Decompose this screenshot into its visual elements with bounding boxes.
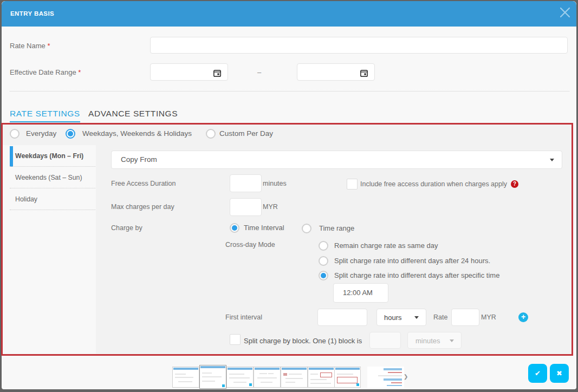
split-block-checkbox[interactable] <box>230 334 241 345</box>
cancel-button[interactable]: ✖ <box>550 364 569 383</box>
radio-remain-charge[interactable] <box>319 241 328 251</box>
sidebar-item-weekdays-label: Weekdays (Mon – Fri) <box>15 145 83 167</box>
specific-time-value: 12:00 AM <box>343 289 373 297</box>
day-type-sidebar: Weekdays (Mon – Fri) Weekends (Sat – Sun… <box>3 145 96 354</box>
radio-everyday[interactable] <box>10 129 20 139</box>
include-free-access-label: Include free access duration when charge… <box>360 180 507 189</box>
screenshot-thumbnail[interactable] <box>199 365 226 389</box>
add-interval-icon[interactable]: + <box>518 312 528 322</box>
sidebar-item-weekends-label: Weekends (Sat – Sun) <box>15 167 82 188</box>
first-interval-input[interactable] <box>317 309 367 326</box>
radio-time-interval[interactable] <box>230 223 239 233</box>
dialog-title: ENTRY BASIS <box>10 1 54 27</box>
radio-custom-per-day[interactable] <box>206 129 216 139</box>
screenshot-thumbnail[interactable] <box>281 367 308 388</box>
effective-date-range-label-text: Effective Date Range <box>10 68 76 76</box>
calendar-icon[interactable] <box>360 69 368 77</box>
section-divider <box>10 91 569 92</box>
first-interval-unit-select[interactable]: hours <box>376 309 426 326</box>
max-charges-input[interactable] <box>230 198 262 216</box>
screenshot-thumbnail[interactable] <box>308 367 335 388</box>
rate-input[interactable] <box>451 309 479 326</box>
rate-label: Rate <box>433 313 447 322</box>
sidebar-item-weekdays[interactable]: Weekdays (Mon – Fri) <box>3 145 96 167</box>
free-access-duration-unit: minutes <box>263 179 287 188</box>
radio-split-24-hours-label: Split charge rate into different days af… <box>334 256 490 266</box>
radio-split-specific-time-label: Split charge rate into different days af… <box>334 271 499 280</box>
thumbnail-scroll-arrow[interactable]: ❯ <box>404 374 408 380</box>
radio-remain-charge-label: Remain charge rate as same day <box>334 241 438 251</box>
sidebar-divider <box>10 210 95 210</box>
charge-by-label: Charge by <box>111 224 142 233</box>
first-interval-label: First interval <box>225 313 262 322</box>
split-block-unit-select: minutes <box>407 332 462 349</box>
effective-date-range-label: Effective Date Range * <box>10 68 81 77</box>
rate-settings-panel: Everyday Weekdays, Weekends & Holidays C… <box>1 123 573 356</box>
sidebar-item-weekends[interactable]: Weekends (Sat – Sun) <box>3 167 96 188</box>
rate-name-required-mark: * <box>47 42 50 50</box>
close-icon[interactable] <box>558 5 572 19</box>
dialog-header: ENTRY BASIS <box>2 1 576 27</box>
rate-currency: MYR <box>481 313 496 322</box>
calendar-icon[interactable] <box>213 69 222 77</box>
max-charges-unit: MYR <box>263 202 278 212</box>
radio-weekdays-weekends-holidays-label: Weekdays, Weekends & Holidays <box>82 129 192 139</box>
rate-name-input[interactable] <box>150 37 568 54</box>
radio-weekdays-weekends-holidays[interactable] <box>66 129 75 139</box>
cross-day-mode-label: Cross-day Mode <box>225 240 275 250</box>
include-free-access-checkbox[interactable] <box>347 179 358 190</box>
screenshot-thumbnail[interactable] <box>172 367 199 388</box>
chevron-down-icon <box>450 339 454 342</box>
first-interval-unit-value: hours <box>384 313 402 322</box>
start-date-input[interactable] <box>150 63 228 81</box>
rate-name-label: Rate Name * <box>10 41 50 50</box>
date-range-separator: – <box>257 68 261 77</box>
copy-from-value: Copy From <box>121 155 157 164</box>
sidebar-item-holiday-label: Holiday <box>15 188 37 210</box>
help-icon[interactable]: ? <box>511 180 518 188</box>
radio-time-range[interactable] <box>302 224 311 233</box>
specific-time-input[interactable]: 12:00 AM <box>333 283 388 303</box>
max-charges-label: Max charges per day <box>111 202 174 212</box>
free-access-duration-input[interactable] <box>230 174 262 192</box>
chevron-down-icon <box>414 316 419 319</box>
split-block-unit-value: minutes <box>415 337 440 345</box>
confirm-button[interactable]: ✔ <box>528 364 547 383</box>
tab-rate-settings[interactable]: RATE SETTINGS <box>10 109 80 122</box>
radio-split-24-hours[interactable] <box>319 256 328 266</box>
rate-name-label-text: Rate Name <box>10 42 46 50</box>
radio-time-range-label: Time range <box>319 224 354 233</box>
screenshot-thumbnail[interactable] <box>334 367 361 388</box>
radio-custom-per-day-label: Custom Per Day <box>219 129 273 139</box>
sidebar-item-holiday[interactable]: Holiday <box>3 188 96 210</box>
screenshot-thumbnail[interactable] <box>254 367 281 388</box>
radio-split-specific-time[interactable] <box>319 271 328 280</box>
screenshot-thumbnail[interactable] <box>367 367 404 388</box>
split-block-input <box>369 332 401 349</box>
copy-from-select[interactable]: Copy From <box>111 151 562 169</box>
end-date-input[interactable] <box>297 63 375 81</box>
chevron-down-icon <box>550 159 554 161</box>
tab-advance-settings[interactable]: ADVANCE SETTINGS <box>88 109 178 119</box>
free-access-duration-label: Free Access Duration <box>111 179 176 188</box>
split-block-label: Split charge by block. One (1) block is <box>244 336 362 346</box>
screenshot-thumbnail[interactable] <box>226 367 254 388</box>
radio-time-interval-label: Time Interval <box>244 223 284 233</box>
effective-date-range-required-mark: * <box>78 68 81 76</box>
entry-basis-dialog: ENTRY BASIS Rate Name * Effective Date R… <box>0 0 578 392</box>
radio-everyday-label: Everyday <box>26 129 56 139</box>
